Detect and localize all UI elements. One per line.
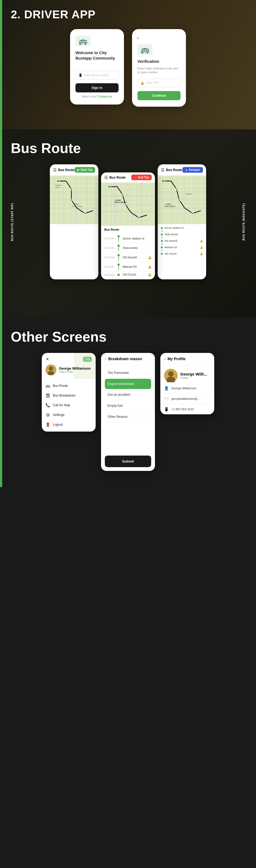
navigate-header: ☰ Bus Route ▲ Navigate <box>158 164 206 176</box>
menu-trip-button[interactable]: Trip <box>83 357 92 362</box>
driver-app-title: 2. DRIVER APP <box>11 8 245 21</box>
profile-avatar-section: George Willi... Ghana <box>160 365 214 386</box>
profile-driver-name: George Willi... <box>180 372 207 376</box>
start-trip-map: SUMMIT VIEW SUMMIT VIEW FORES <box>50 176 98 224</box>
menu-item-bus-breakdown[interactable]: 🚍 Bus Breakdown <box>42 391 96 400</box>
breakdown-opt-other[interactable]: Other Reason <box>105 412 151 422</box>
route-name-3: Bus Route <box>166 168 182 172</box>
menu-item-logout[interactable]: 🚪 Logout <box>42 420 96 429</box>
breakdown-footer: Submit <box>101 452 155 471</box>
menu-phone: ✕ Trip George Williamson V <box>42 353 96 432</box>
breakdown-phone: ‹ Breakdown reason Tire Punctured Engine… <box>101 353 155 471</box>
mini-bell-3[interactable]: 🔔 <box>200 252 203 255</box>
otp-icon: 🔒 <box>140 81 145 85</box>
section-green-bar <box>0 0 2 129</box>
settings-icon: ⚙️ <box>45 413 50 417</box>
phone-input-display[interactable]: 📱 Enter Phone number <box>75 71 119 80</box>
logout-icon: 🚪 <box>45 423 50 427</box>
start-trip-button[interactable]: ▶ Start Trip <box>75 167 95 173</box>
stop-item-3: 12:35 pm Old Sawmill 🔔 <box>104 253 152 262</box>
signin-button[interactable]: Sign in <box>75 83 119 92</box>
email-icon: ✉️ <box>164 397 169 401</box>
start-trip-phone: ☰ Bus Route ▶ Start Trip <box>50 164 98 279</box>
continue-button[interactable]: Continue <box>137 91 181 100</box>
call-help-icon: 📞 <box>45 403 50 407</box>
profile-back-icon[interactable]: ‹ <box>164 357 165 361</box>
route-header-label: Bus Route <box>101 226 155 232</box>
svg-text:VIEW: VIEW <box>55 187 60 188</box>
menu-call-help-label: Call for help <box>53 403 70 407</box>
breakdown-options: Tire Punctured Engine breakdown Got an a… <box>101 365 155 425</box>
profile-phone: ‹ My Profile George Willi... Ghana <box>160 353 214 414</box>
menu-logout-label: Logout <box>53 423 63 427</box>
close-icon[interactable]: ✕ <box>45 357 49 362</box>
back-arrow[interactable]: ‹ <box>137 36 181 40</box>
end-trip-button[interactable]: 📍 End Trip <box>131 175 152 180</box>
svg-text:WESTE: WESTE <box>186 193 192 195</box>
phone-icon: 📱 <box>78 73 83 77</box>
bus-route-screens: ☰ Bus Route ▶ Start Trip <box>16 164 240 279</box>
breakdown-opt-accident[interactable]: Got an accident <box>105 390 151 400</box>
hamburger-icon-3[interactable]: ☰ <box>161 168 164 172</box>
bus-breakdown-icon: 🚍 <box>45 393 50 398</box>
bell-icon-1[interactable]: 🔔 <box>148 256 152 259</box>
stop-item-1: 12:20 pm Soccer stadium st. <box>104 234 152 243</box>
login-phone-card: 🚌 Welcome to City Bustapp Community 📱 En… <box>70 29 124 104</box>
svg-point-34 <box>178 199 180 201</box>
person-icon: 👤 <box>164 386 169 390</box>
verify-bus-icon: 🚌 <box>137 44 153 55</box>
menu-view-profile[interactable]: View Profile <box>59 370 91 373</box>
svg-point-43 <box>168 371 173 377</box>
bus-route-icon: 🚌 <box>45 383 50 388</box>
profile-detail-phone: 📱 +1 987 654 3210 <box>164 407 211 414</box>
menu-item-bus-route[interactable]: 🚌 Bus Route <box>42 381 96 391</box>
profile-name-detail: George Williamson <box>171 386 196 390</box>
menu-item-call-help[interactable]: 📞 Call for help <box>42 400 96 410</box>
stop-list: 12:20 pm Soccer stadium st. 12:24 pm <box>101 232 155 279</box>
svg-point-9 <box>84 212 86 214</box>
submit-button[interactable]: Submit <box>105 456 151 467</box>
svg-point-7 <box>70 188 72 190</box>
profile-email-detail: georgewilliamson@... <box>171 397 200 400</box>
breakdown-opt-tire[interactable]: Tire Punctured <box>105 368 151 378</box>
menu-driver-name: George Williamson <box>59 366 91 370</box>
bell-icon-3[interactable]: 🔔 <box>148 273 152 276</box>
profile-detail-email: ✉️ georgewilliamson@... <box>164 397 211 404</box>
svg-text:SUMMIT: SUMMIT <box>73 204 79 205</box>
profile-detail-name: 👤 George Williamson <box>164 386 211 393</box>
other-green-bar <box>0 318 2 487</box>
menu-avatar <box>45 365 56 375</box>
breakdown-opt-engine[interactable]: Engine breakdown <box>105 379 151 389</box>
menu-item-settings[interactable]: ⚙️ Settings <box>42 410 96 420</box>
stop-item-4: 12:49 pm Walmart NY 🔔 <box>104 262 152 272</box>
mini-bell-2[interactable]: 🔔 <box>200 246 203 249</box>
svg-point-20 <box>108 185 110 188</box>
menu-profile-row: George Williamson View Profile <box>42 365 96 378</box>
bell-icon-2[interactable]: 🔔 <box>148 265 152 269</box>
hamburger-icon-2[interactable]: ☰ <box>104 175 108 180</box>
menu-settings-label: Settings <box>53 413 64 417</box>
hamburger-icon[interactable]: ☰ <box>53 168 57 172</box>
mini-stop-3: Old Sawmill 🔔 <box>161 239 203 243</box>
mobile-icon: 📱 <box>164 407 169 411</box>
navigate-button[interactable]: ▲ Navigate <box>183 167 203 173</box>
breakdown-opt-fuel[interactable]: Empty fuel <box>105 401 151 411</box>
svg-point-40 <box>49 366 53 371</box>
end-trip-header: ☰ Bus Route 📍 End Trip <box>101 173 155 183</box>
profile-status: Ghana <box>180 376 207 379</box>
breakdown-back-icon[interactable]: ‹ <box>105 357 106 361</box>
bus-route-green-bar <box>0 129 2 318</box>
profile-header: ‹ My Profile <box>160 353 214 365</box>
navigate-arrow-icon: ▲ <box>185 168 188 171</box>
left-vertical-label: Bus Route (Start rip) <box>11 200 14 244</box>
other-screens-row: ✕ Trip George Williamson V <box>11 353 245 471</box>
otp-input-display[interactable]: 🔒 Enter OTP <box>137 79 181 87</box>
mini-bell-1[interactable]: 🔔 <box>200 240 203 242</box>
breakdown-header: ‹ Breakdown reason <box>101 353 155 365</box>
mini-stop-5: Old Church 🔔 <box>161 252 203 256</box>
end-trip-map: SUMM VIEW FOREST <box>101 183 155 226</box>
svg-point-32 <box>162 180 164 182</box>
other-screens-title: Other Screens <box>11 329 245 345</box>
contact-link[interactable]: Contact us <box>98 95 113 98</box>
mini-stop-4: Walmart NY 🔔 <box>161 245 203 249</box>
